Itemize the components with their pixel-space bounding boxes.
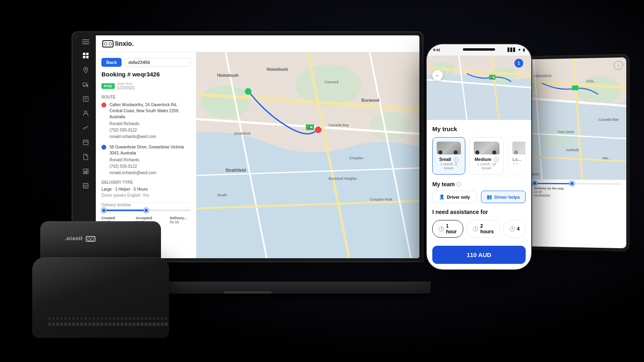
obd-logo: linxio. <box>64 235 95 242</box>
my-team-header: My team i <box>432 181 526 187</box>
price-button[interactable]: 110 AUD <box>432 246 526 264</box>
clock-icon-4: 🕐 <box>509 226 515 232</box>
svg-point-24 <box>315 126 321 133</box>
destination-dot <box>101 145 106 150</box>
svg-text:Croydon: Croydon <box>349 156 363 160</box>
sidebar-item-calendar[interactable] <box>80 137 91 148</box>
svg-text:Canada Bay: Canada Bay <box>328 123 349 127</box>
svg-point-4 <box>85 69 87 70</box>
hour-btn-2[interactable]: 🕐 2 hours <box>466 220 500 238</box>
sidebar-item-schedule[interactable] <box>80 180 91 191</box>
obd-logo-icon <box>86 236 95 242</box>
route-label: Route <box>101 95 190 99</box>
svg-rect-57 <box>572 85 578 90</box>
driver-only-icon: 👤 <box>439 194 445 200</box>
destination-contact: Ronald Richards (702) 555-0122 ronald.ri… <box>109 157 190 176</box>
origin-point: Caltex Woolworths, 24 Gavenlock Rd, Cent… <box>101 102 190 140</box>
sidebar-item-users[interactable] <box>80 108 91 119</box>
svg-text:Croydon Park: Croydon Park <box>370 197 393 202</box>
info-icon-medium: i <box>494 157 499 162</box>
svg-text:Strathfield: Strathfield <box>234 132 250 136</box>
truck-options: Small i 1 couch, 5 boxes Medium i 1 couc… <box>432 137 526 175</box>
truck-small-name: Small i <box>437 157 461 162</box>
svg-text:South: South <box>217 193 227 197</box>
svg-point-6 <box>84 86 85 87</box>
van-large-img <box>512 142 526 154</box>
truck-card-large[interactable]: La... 2 c... <box>508 137 526 175</box>
status-badge: PAID <box>101 83 115 89</box>
logo-text: linxio. <box>115 40 134 47</box>
truck-medium-name: Medium i <box>474 157 500 162</box>
phone-notch <box>463 48 495 51</box>
sidebar-item-reports[interactable] <box>80 166 91 177</box>
sidebar-item-map[interactable] <box>80 64 91 76</box>
svg-rect-5 <box>83 83 87 86</box>
tablet-dot-2 <box>533 181 537 186</box>
sidebar-item-dashboard[interactable] <box>80 50 91 61</box>
svg-rect-2 <box>83 56 85 58</box>
origin-contact: Ronald Richards (702) 555-0122 ronald.ri… <box>109 121 190 140</box>
destination-address: 58 Gowanbrae Drive, Gowanbrae Victoria 3… <box>109 144 190 156</box>
phone-content: My truck Small i 1 couch, 5 boxes Medium… <box>427 120 531 269</box>
sidebar-item-truck[interactable] <box>80 79 91 90</box>
svg-text:Chis...: Chis... <box>586 79 597 83</box>
obd-body <box>32 257 169 338</box>
svg-text:Homebush: Homebush <box>267 67 288 72</box>
svg-text:Burwood Heights: Burwood Heights <box>328 177 357 181</box>
svg-rect-8 <box>83 97 88 101</box>
back-button[interactable]: Back <box>101 58 122 67</box>
app-logo: linxio. <box>102 40 134 47</box>
truck-card-medium[interactable]: Medium i 1 couch, 10 boxes <box>469 137 504 175</box>
timeline-label: Delivery timeline <box>101 203 190 207</box>
menu-icon[interactable] <box>82 39 89 44</box>
hour-label-2: 2 hours <box>480 223 494 234</box>
clock-icon-2: 🕐 <box>473 226 479 232</box>
svg-rect-1 <box>86 53 89 55</box>
svg-point-23 <box>245 88 251 95</box>
team-btn-driver-only[interactable]: 👤 Driver only <box>432 191 477 203</box>
driver-only-label: Driver only <box>447 195 470 200</box>
hour-btn-1[interactable]: 🕐 1 hour <box>432 220 463 238</box>
team-btn-driver-helps[interactable]: 👥 Driver helps <box>481 191 526 203</box>
hour-btn-4[interactable]: 🕐 4 <box>503 220 526 238</box>
svg-text:Ashfield: Ashfield <box>566 148 579 152</box>
signal-icon: ▋▋▋ <box>508 48 516 52</box>
obd-ridge2 <box>48 317 169 320</box>
sidebar-item-documents[interactable] <box>80 151 91 162</box>
booking-id-input[interactable] <box>125 58 190 67</box>
svg-point-14 <box>295 65 361 106</box>
phone-back-button[interactable]: ← <box>432 70 443 80</box>
team-options: 👤 Driver only 👥 Driver helps <box>432 191 526 203</box>
obd-ridge <box>48 323 169 326</box>
phone-status-icons: ▋▋▋ ▼ ▮ <box>508 48 525 52</box>
sidebar-item-booking[interactable] <box>80 93 91 105</box>
svg-text:Five Dock: Five Dock <box>558 130 574 134</box>
my-team-title: My team <box>432 181 455 187</box>
svg-text:Concord: Concord <box>324 80 339 84</box>
my-truck-title: My truck <box>432 125 526 132</box>
truck-card-small[interactable]: Small i 1 couch, 5 boxes <box>432 137 465 175</box>
start-date-label: Start time <box>117 82 135 86</box>
delivery-type-value: Large · 1 Helper · 5 Hours <box>101 187 190 191</box>
svg-text:Canada Bay: Canada Bay <box>599 117 619 122</box>
battery-icon: ▮ <box>523 48 525 52</box>
svg-text:Burwood: Burwood <box>361 98 379 103</box>
info-icon-small: i <box>454 157 458 162</box>
sidebar-item-analytics[interactable] <box>80 122 91 134</box>
wifi-icon: ▼ <box>518 48 521 52</box>
booking-title: Booking # weqr3426 <box>101 71 190 78</box>
origin-dot <box>101 103 106 107</box>
svg-point-9 <box>85 111 87 113</box>
driver-speaks: Driver speaks English: Yes <box>101 193 190 197</box>
info-icon-team: i <box>456 182 461 187</box>
assistance-title: I need assistance for <box>432 209 526 215</box>
van-medium-img <box>474 142 500 154</box>
svg-rect-3 <box>86 56 89 58</box>
app-header: linxio. <box>96 35 419 52</box>
svg-text:Wa...: Wa... <box>603 156 611 160</box>
map-badge: 1 <box>514 59 523 68</box>
svg-point-15 <box>370 112 411 141</box>
svg-text:Homebush: Homebush <box>217 73 239 78</box>
map-area: Homebush Homebush Concord Burwood Strath… <box>196 52 419 258</box>
phone-map: 🚛 ← 1 <box>427 56 531 120</box>
